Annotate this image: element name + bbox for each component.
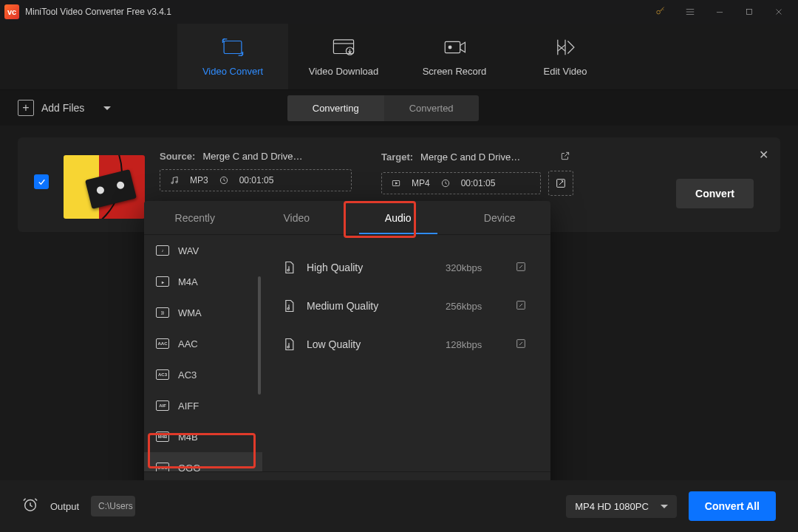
popup-tab-audio[interactable]: Audio	[347, 201, 449, 234]
popup-tab-video[interactable]: Video	[246, 201, 348, 234]
chevron-down-icon	[103, 106, 111, 110]
tab-label: Screen Record	[423, 66, 487, 77]
format-badge-icon: ))	[156, 307, 169, 318]
music-file-icon	[282, 299, 296, 313]
format-badge-icon: ▸	[156, 276, 169, 287]
quality-name: Medium Quality	[307, 300, 435, 312]
edit-quality-icon[interactable]	[515, 338, 531, 352]
format-name: M4A	[178, 276, 198, 287]
clock-icon	[440, 178, 451, 188]
tab-edit-video[interactable]: Edit Video	[510, 24, 621, 89]
svg-point-15	[287, 308, 290, 310]
plus-icon: +	[18, 100, 34, 116]
format-name: OGG	[178, 463, 200, 472]
target-format: MP4	[412, 178, 430, 188]
record-icon	[442, 36, 467, 58]
svg-point-13	[287, 270, 290, 272]
edit-quality-icon[interactable]	[515, 261, 531, 275]
music-file-icon	[282, 260, 296, 275]
tab-label: Video Convert	[202, 66, 263, 77]
target-column: Target: Merge C and D Drive… MP4 00:01:0…	[381, 151, 573, 196]
bottom-bar: Output C:\Users MP4 HD 1080PC Convert Al…	[0, 480, 798, 532]
quality-rate: 256kbps	[446, 301, 505, 312]
file-thumbnail	[64, 155, 145, 219]
audio-format-icon	[169, 175, 180, 185]
app-logo: vc	[4, 4, 19, 19]
remove-file-button[interactable]: ✕	[759, 148, 768, 162]
format-item-wav[interactable]: ♪WAV	[144, 235, 262, 266]
format-badge-icon: ♪	[156, 245, 169, 256]
convert-button[interactable]: Convert	[676, 179, 754, 208]
add-files-label: Add Files	[41, 102, 84, 114]
output-path[interactable]: C:\Users	[91, 496, 135, 516]
tab-screen-record[interactable]: Screen Record	[399, 24, 510, 89]
format-name: AAC	[178, 338, 198, 349]
svg-rect-5	[445, 41, 460, 52]
svg-point-7	[171, 182, 173, 183]
tab-video-convert[interactable]: Video Convert	[177, 24, 288, 89]
quality-rate: 320kbps	[446, 262, 505, 273]
music-file-icon	[282, 337, 296, 352]
menu-icon[interactable]	[675, 2, 705, 21]
target-settings-button[interactable]	[548, 171, 573, 196]
tab-video-download[interactable]: Video Download	[288, 24, 399, 89]
output-preset-select[interactable]: MP4 HD 1080PC	[566, 495, 677, 518]
preset-value: MP4 HD 1080PC	[575, 501, 649, 512]
source-duration: 00:01:05	[239, 175, 274, 185]
chevron-down-icon	[661, 505, 668, 508]
format-list: ♪WAV ▸M4A ))WMA AACAAC AC3AC3 AIFAIFF M4…	[144, 235, 262, 471]
format-item-aac[interactable]: AACAAC	[144, 328, 262, 359]
source-filename: Merge C and D Drive…	[202, 151, 302, 162]
seg-converted[interactable]: Converted	[384, 95, 479, 121]
svg-rect-1	[747, 10, 752, 15]
target-filename: Merge C and D Drive…	[420, 151, 520, 163]
quality-item-high[interactable]: High Quality 320kbps	[267, 248, 546, 287]
add-files-button[interactable]: + Add Files	[18, 100, 111, 116]
source-format: MP3	[190, 175, 208, 185]
quality-list: High Quality 320kbps Medium Quality 256k…	[262, 235, 550, 471]
format-item-wma[interactable]: ))WMA	[144, 297, 262, 328]
format-name: M4B	[178, 432, 198, 443]
quality-name: High Quality	[307, 262, 435, 273]
format-item-aiff[interactable]: AIFAIFF	[144, 390, 262, 421]
license-key-icon[interactable]	[646, 2, 675, 21]
tab-label: Edit Video	[543, 66, 587, 77]
download-icon	[331, 36, 356, 58]
select-checkbox[interactable]	[34, 174, 49, 189]
format-item-m4b[interactable]: M4BM4B	[144, 421, 262, 452]
target-label: Target:	[381, 151, 413, 163]
format-name: WMA	[178, 307, 202, 318]
svg-point-0	[657, 10, 661, 14]
format-badge-icon: M4B	[156, 432, 169, 442]
convert-all-button[interactable]: Convert All	[689, 491, 776, 521]
maximize-button[interactable]	[734, 2, 764, 21]
source-column: Source: Merge C and D Drive… MP3 00:01:0…	[160, 151, 352, 196]
quality-rate: 128kbps	[446, 339, 505, 350]
quality-item-medium[interactable]: Medium Quality 256kbps	[267, 287, 546, 325]
format-name: AC3	[178, 369, 197, 381]
open-target-icon[interactable]	[560, 151, 570, 163]
svg-point-6	[449, 46, 451, 49]
alarm-icon[interactable]	[22, 497, 38, 516]
popup-tab-recently[interactable]: Recently	[144, 201, 246, 234]
seg-converting[interactable]: Converting	[287, 95, 384, 121]
target-info-box[interactable]: MP4 00:01:05	[381, 172, 541, 194]
format-item-m4a[interactable]: ▸M4A	[144, 266, 262, 297]
source-info-box[interactable]: MP3 00:01:05	[160, 169, 352, 191]
source-target-columns: Source: Merge C and D Drive… MP3 00:01:0…	[160, 151, 764, 196]
svg-rect-2	[224, 41, 242, 54]
tab-label: Video Download	[309, 66, 378, 77]
format-item-ac3[interactable]: AC3AC3	[144, 359, 262, 390]
popup-tab-device[interactable]: Device	[449, 201, 551, 234]
svg-point-17	[287, 347, 290, 349]
format-item-ogg[interactable]: OGGOGG	[144, 452, 262, 471]
scrollbar-thumb[interactable]	[258, 276, 261, 395]
quality-item-low[interactable]: Low Quality 128kbps	[267, 325, 546, 364]
edit-icon	[553, 36, 578, 58]
toolbar: + Add Files Converting Converted	[0, 90, 798, 126]
minimize-button[interactable]	[705, 2, 734, 21]
close-button[interactable]	[764, 2, 794, 21]
popup-tabs: Recently Video Audio Device	[144, 201, 550, 235]
source-label: Source:	[160, 151, 195, 162]
edit-quality-icon[interactable]	[515, 299, 531, 313]
